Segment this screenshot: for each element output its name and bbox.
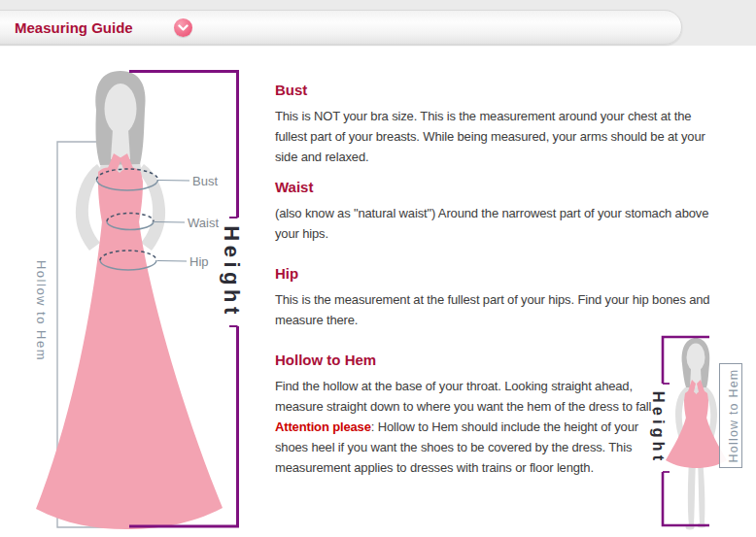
waist-description: (also know as "natural waist") Around th… — [275, 203, 753, 244]
height-label-vertical: Height — [220, 225, 244, 318]
measuring-guide-page: Measuring Guide — [0, 0, 756, 537]
hip-description: This is the measurement at the fullest p… — [275, 289, 753, 330]
h2h-text-before: Find the hollow at the base of your thro… — [275, 379, 655, 414]
hip-heading: Hip — [275, 265, 753, 282]
section-bust: Bust This is NOT your bra size. This is … — [275, 82, 753, 167]
dress-silhouette — [36, 153, 223, 529]
bust-label: Bust — [192, 174, 218, 188]
measuring-diagram-main: Bust Waist Hip Height Hollow to Hem — [0, 53, 262, 537]
hollow-to-hem-label-vertical: Hollow to Hem — [34, 260, 49, 361]
bust-heading: Bust — [275, 82, 753, 98]
face — [105, 84, 137, 134]
section-waist: Waist (also know as "natural waist") Aro… — [275, 179, 753, 244]
waist-label: Waist — [188, 216, 219, 230]
small-hollow-to-hem-label-vertical: Hollow to Hem — [727, 369, 740, 463]
hip-label: Hip — [189, 254, 209, 269]
small-face — [687, 344, 705, 372]
page-title: Measuring Guide — [15, 11, 133, 46]
measuring-diagram-small: Height Hollow to Hem — [636, 325, 756, 537]
attention-label: Attention please — [275, 420, 371, 434]
small-height-label-vertical: Height — [650, 391, 668, 464]
waist-heading: Waist — [275, 179, 753, 195]
chevron-down-icon[interactable] — [174, 18, 192, 37]
bust-description: This is NOT your bra size. This is the m… — [275, 106, 753, 167]
measuring-guide-header-bar[interactable]: Measuring Guide — [0, 10, 682, 45]
section-hip: Hip This is the measurement at the fulle… — [275, 265, 753, 330]
